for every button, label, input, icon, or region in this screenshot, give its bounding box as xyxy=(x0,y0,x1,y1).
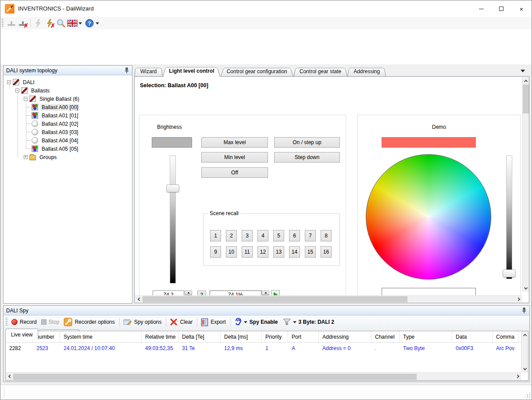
disconnect-icon[interactable]: ✗ xyxy=(17,18,29,28)
scene-button-10[interactable]: 10 xyxy=(226,246,237,258)
tree-item-ballasts[interactable]: − Ballasts xyxy=(15,86,51,95)
column-header[interactable]: Port xyxy=(288,331,319,342)
connect-icon[interactable] xyxy=(6,18,17,28)
scene-button-1[interactable]: 1 xyxy=(210,230,221,241)
tree-item-ballast-a03[interactable]: Ballast A03 [03] xyxy=(26,128,79,136)
column-header[interactable]: Type xyxy=(400,331,452,342)
scene-button-11[interactable]: 11 xyxy=(242,246,253,258)
close-button[interactable]: × xyxy=(511,0,532,17)
scene-button-13[interactable]: 13 xyxy=(273,246,284,258)
scene-button-5[interactable]: 5 xyxy=(273,230,284,241)
tree-item-dali[interactable]: − DALI xyxy=(7,78,36,86)
tree-item-single-ballast[interactable]: − Single Ballast (6) xyxy=(24,95,81,103)
tree-item-ballast-a01[interactable]: Ballast A01 [01] xyxy=(26,111,79,120)
spy-enable-dropdown-icon[interactable] xyxy=(244,321,247,323)
main-horizontal-scrollbar[interactable] xyxy=(135,295,522,302)
scene-button-2[interactable]: 2 xyxy=(226,230,237,241)
collapse-icon[interactable]: − xyxy=(15,88,19,92)
scene-button-12[interactable]: 12 xyxy=(257,246,268,258)
scroll-left-icon[interactable] xyxy=(135,296,142,303)
column-header[interactable]: Data xyxy=(452,331,493,342)
tab-live-view[interactable]: Live view xyxy=(5,329,38,340)
scroll-right-icon[interactable] xyxy=(515,296,522,303)
spy-enable-button[interactable]: Spy Enable xyxy=(234,318,278,326)
spy-options-button[interactable]: Spy options xyxy=(123,318,162,326)
brightness-slider-thumb[interactable] xyxy=(166,184,179,192)
scene-button-9[interactable]: 9 xyxy=(210,246,221,258)
help-icon[interactable]: ? xyxy=(84,18,95,28)
tab-addressing[interactable]: Addressing xyxy=(347,67,386,76)
scene-button-3[interactable]: 3 xyxy=(242,230,253,241)
main-vertical-scrollbar[interactable] xyxy=(522,77,529,292)
pin-icon[interactable] xyxy=(124,67,129,74)
resize-grip-icon[interactable] xyxy=(525,393,531,398)
record-button[interactable]: Record xyxy=(11,319,37,325)
on-step-up-button[interactable]: On / step up xyxy=(274,137,340,148)
column-header[interactable]: Priority xyxy=(262,331,288,342)
expand-icon[interactable]: + xyxy=(24,155,28,159)
spy-vertical-scrollbar[interactable] xyxy=(521,331,528,372)
search-icon[interactable] xyxy=(55,18,67,28)
tab-list-dropdown-icon[interactable] xyxy=(521,70,525,72)
clear-button[interactable]: Clear xyxy=(170,318,193,326)
step-down-button[interactable]: Step down xyxy=(274,152,340,163)
help-dropdown-icon[interactable] xyxy=(96,22,99,25)
tree-item-ballast-a05[interactable]: Ballast A05 [05] xyxy=(26,145,79,153)
brightness-slider-track[interactable] xyxy=(170,156,176,283)
scrollbar-thumb[interactable] xyxy=(143,296,407,302)
tree-item-groups[interactable]: + Groups xyxy=(24,153,58,161)
pin-icon[interactable] xyxy=(521,308,527,314)
collapse-icon[interactable]: − xyxy=(24,97,28,101)
tab-control-gear-configuration[interactable]: Control gear configuration xyxy=(221,67,293,76)
toolbar-grip[interactable] xyxy=(2,19,4,28)
scroll-down-icon[interactable] xyxy=(522,285,529,292)
demo-slider-thumb[interactable] xyxy=(503,269,516,277)
scroll-up-icon[interactable] xyxy=(522,77,529,84)
maximize-button[interactable] xyxy=(491,0,511,17)
minimize-button[interactable] xyxy=(471,0,491,17)
uk-flag-icon[interactable] xyxy=(67,18,78,28)
scroll-down-icon[interactable] xyxy=(521,365,528,372)
column-header[interactable]: Delta [Te] xyxy=(179,331,221,342)
column-header[interactable]: Relative time xyxy=(142,331,179,342)
recorder-options-button[interactable]: Recorder options xyxy=(64,318,114,326)
scene-button-16[interactable]: 16 xyxy=(321,246,332,258)
language-dropdown-icon[interactable] xyxy=(79,22,82,25)
scene-button-8[interactable]: 8 xyxy=(321,230,332,241)
max-level-button[interactable]: Max level xyxy=(201,137,268,148)
scroll-left-icon[interactable] xyxy=(6,373,13,380)
scrollbar-thumb[interactable] xyxy=(523,85,529,113)
demo-slider-track[interactable] xyxy=(506,156,512,279)
filter-button[interactable]: 3 Byte: DALI 2 xyxy=(282,318,334,326)
scene-button-15[interactable]: 15 xyxy=(305,246,316,258)
stop-button[interactable]: Stop xyxy=(41,319,60,325)
min-level-button[interactable]: Min level xyxy=(201,152,268,163)
table-row[interactable]: 2282 2523 24.01.2024 / 10:07:40 49:03:52… xyxy=(6,343,528,354)
scrollbar-thumb[interactable] xyxy=(13,374,417,380)
tree-item-ballast-a04[interactable]: Ballast A04 [04] xyxy=(26,136,79,145)
scene-button-6[interactable]: 6 xyxy=(289,230,300,241)
collapse-icon[interactable]: − xyxy=(7,80,11,84)
toolbar-grip[interactable] xyxy=(6,318,7,326)
column-header[interactable]: Delta [ms] xyxy=(221,331,262,342)
flash-off-icon[interactable]: ✗ xyxy=(44,18,55,28)
scene-button-4[interactable]: 4 xyxy=(257,230,268,241)
column-header[interactable]: Addressing xyxy=(319,331,371,342)
tree-item-ballast-a02[interactable]: Ballast A02 [02] xyxy=(26,120,79,128)
color-wheel[interactable] xyxy=(366,154,491,280)
filter-dropdown-icon[interactable] xyxy=(293,321,296,323)
scroll-right-icon[interactable] xyxy=(514,373,521,380)
off-button[interactable]: Off xyxy=(201,167,268,178)
column-header[interactable]: Channel xyxy=(371,331,400,342)
tab-wizard[interactable]: Wizard xyxy=(134,67,163,76)
scene-button-14[interactable]: 14 xyxy=(289,246,300,258)
scene-button-7[interactable]: 7 xyxy=(305,230,316,241)
column-header[interactable]: System time xyxy=(60,331,142,342)
tab-light-level-control[interactable]: Light level control xyxy=(163,66,220,76)
tab-control-gear-state[interactable]: Control gear state xyxy=(293,67,347,76)
scroll-up-icon[interactable] xyxy=(521,331,528,338)
tree-item-ballast-a00[interactable]: Ballast A00 [00] xyxy=(26,103,79,111)
column-header[interactable]: Comma xyxy=(493,331,519,342)
flash-icon[interactable] xyxy=(32,18,44,28)
spy-horizontal-scrollbar[interactable] xyxy=(6,372,521,380)
